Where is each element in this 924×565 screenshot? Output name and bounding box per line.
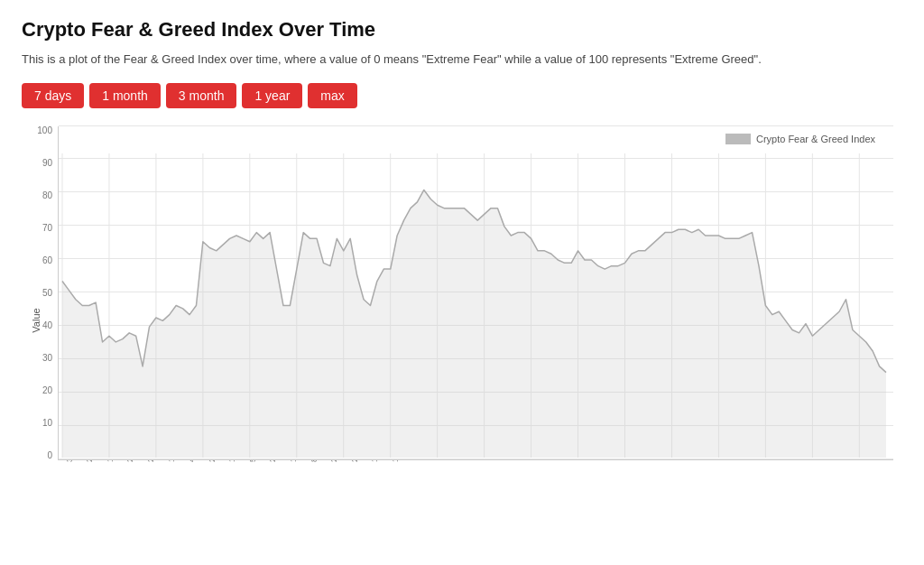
- x-label: 2 Oct, 2023: [125, 460, 134, 462]
- y-label-20: 20: [22, 386, 58, 395]
- y-label-60: 60: [22, 256, 58, 265]
- y-label-30: 30: [22, 354, 58, 363]
- x-label: 29 Apr, 2024: [329, 460, 338, 462]
- x-label: 23 Oct, 2023: [146, 460, 155, 462]
- x-label: 10 Jun, 2024: [370, 460, 379, 462]
- y-label-80: 80: [22, 191, 58, 200]
- page-title: Crypto Fear & Greed Index Over Time: [22, 18, 902, 42]
- btn-7days[interactable]: 7 days: [22, 83, 84, 108]
- y-label-90: 90: [22, 159, 58, 168]
- chart-container: Crypto Fear & Greed Index: [58, 126, 893, 460]
- time-range-buttons: 7 days 1 month 3 month 1 year max: [22, 83, 902, 108]
- y-label-100: 100: [22, 126, 58, 135]
- x-label: 11 Sep, 2023: [106, 460, 115, 462]
- x-label: 18 Mar, 2024: [289, 460, 298, 462]
- y-label-40: 40: [22, 321, 58, 330]
- page-subtitle: This is a plot of the Fear & Greed Index…: [22, 51, 902, 69]
- y-label-50: 50: [22, 289, 58, 298]
- y-label-70: 70: [22, 224, 58, 233]
- btn-3month[interactable]: 3 month: [166, 83, 237, 108]
- x-label: 5 Feb, 2024: [248, 460, 257, 462]
- y-axis: 0 10 20 30 40 50 60 70 80 90 100: [22, 126, 58, 460]
- btn-1year[interactable]: 1 year: [242, 83, 302, 108]
- chart-svg: [59, 126, 893, 459]
- x-label: 31 Jul, 2023: [65, 460, 74, 462]
- x-label: 1 Jul, 2024: [391, 460, 400, 462]
- x-label: 15 Jan, 2024: [227, 460, 236, 462]
- y-label-0: 0: [22, 451, 58, 460]
- x-label: 20 May, 2024: [350, 460, 359, 462]
- chart-area: Value 0 10 20 30 40 50 60 70 80 90 100: [22, 126, 902, 514]
- btn-max[interactable]: max: [308, 83, 356, 108]
- x-label: 13 Nov, 2023: [167, 460, 176, 462]
- x-axis: 10 Jul, 202331 Jul, 202321 Aug, 202311 S…: [58, 460, 893, 514]
- y-label-10: 10: [22, 419, 58, 428]
- btn-1month[interactable]: 1 month: [89, 83, 161, 108]
- x-label: 8 Apr, 2024: [310, 460, 319, 462]
- x-label: 21 Aug, 2023: [85, 460, 94, 462]
- x-label: 25 Dec, 2023: [208, 460, 217, 462]
- x-label: 4 Dec, 2023: [187, 460, 196, 462]
- x-label: 26 Feb, 2024: [268, 460, 277, 462]
